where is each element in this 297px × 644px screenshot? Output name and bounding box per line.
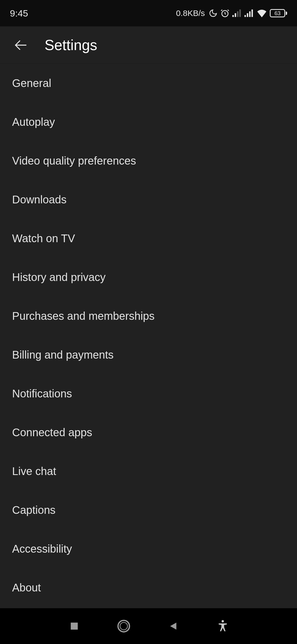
settings-item-captions[interactable]: Captions xyxy=(0,491,297,530)
nav-recent-button[interactable] xyxy=(63,615,85,637)
svg-rect-6 xyxy=(247,13,248,17)
svg-point-13 xyxy=(222,620,224,623)
settings-item-accessibility[interactable]: Accessibility xyxy=(0,530,297,568)
settings-item-general[interactable]: General xyxy=(0,64,297,103)
settings-item-history-privacy[interactable]: History and privacy xyxy=(0,258,297,297)
wifi-icon xyxy=(257,9,267,17)
svg-rect-8 xyxy=(252,9,253,17)
app-bar: Settings xyxy=(0,26,297,64)
settings-item-purchases[interactable]: Purchases and memberships xyxy=(0,297,297,335)
nav-back-button[interactable] xyxy=(162,615,184,637)
settings-item-label: Connected apps xyxy=(12,426,92,439)
svg-rect-10 xyxy=(71,623,78,630)
do-not-disturb-icon xyxy=(209,9,218,18)
square-icon xyxy=(70,621,79,631)
settings-item-label: About xyxy=(12,582,41,594)
settings-item-label: Captions xyxy=(12,504,56,516)
settings-item-notifications[interactable]: Notifications xyxy=(0,374,297,413)
settings-item-downloads[interactable]: Downloads xyxy=(0,180,297,219)
settings-item-label: General xyxy=(12,77,51,89)
settings-item-live-chat[interactable]: Live chat xyxy=(0,452,297,491)
battery-percent: 63 xyxy=(274,10,280,16)
arrow-left-icon xyxy=(14,38,28,52)
settings-item-label: Autoplay xyxy=(12,116,55,128)
page-title: Settings xyxy=(45,37,97,53)
settings-item-label: Live chat xyxy=(12,465,56,477)
circle-icon xyxy=(117,619,131,633)
settings-item-label: Video quality preferences xyxy=(12,155,136,167)
settings-item-about[interactable]: About xyxy=(0,568,297,607)
alarm-icon xyxy=(220,9,230,18)
signal-sim2-icon xyxy=(244,9,254,17)
signal-sim1-icon xyxy=(232,9,242,17)
nav-home-button[interactable] xyxy=(113,615,135,637)
settings-item-label: Billing and payments xyxy=(12,349,114,361)
triangle-left-icon xyxy=(169,621,178,631)
svg-rect-3 xyxy=(237,11,238,17)
svg-rect-1 xyxy=(232,15,234,17)
settings-item-label: Purchases and memberships xyxy=(12,310,155,322)
settings-item-watch-on-tv[interactable]: Watch on TV xyxy=(0,219,297,258)
settings-item-label: Downloads xyxy=(12,193,67,206)
settings-item-connected-apps[interactable]: Connected apps xyxy=(0,413,297,452)
settings-item-billing[interactable]: Billing and payments xyxy=(0,335,297,374)
status-right: 0.8KB/s xyxy=(176,9,287,18)
svg-point-12 xyxy=(120,622,127,630)
battery-icon: 63 xyxy=(270,9,287,17)
system-nav-bar xyxy=(0,608,297,644)
status-time: 9:45 xyxy=(10,8,28,19)
status-bar: 9:45 0.8KB/s xyxy=(0,0,297,26)
svg-rect-7 xyxy=(249,11,251,17)
settings-item-autoplay[interactable]: Autoplay xyxy=(0,103,297,141)
settings-list: General Autoplay Video quality preferenc… xyxy=(0,64,297,608)
settings-item-label: Notifications xyxy=(12,388,72,400)
svg-rect-4 xyxy=(240,9,241,17)
back-button[interactable] xyxy=(11,36,30,55)
svg-rect-2 xyxy=(235,13,236,17)
settings-item-label: Accessibility xyxy=(12,543,72,555)
settings-item-video-quality[interactable]: Video quality preferences xyxy=(0,141,297,180)
settings-item-label: History and privacy xyxy=(12,271,106,283)
accessibility-icon xyxy=(217,620,228,632)
settings-item-label: Watch on TV xyxy=(12,232,75,245)
nav-accessibility-button[interactable] xyxy=(212,615,234,637)
network-speed: 0.8KB/s xyxy=(176,9,205,18)
svg-rect-5 xyxy=(244,15,246,17)
